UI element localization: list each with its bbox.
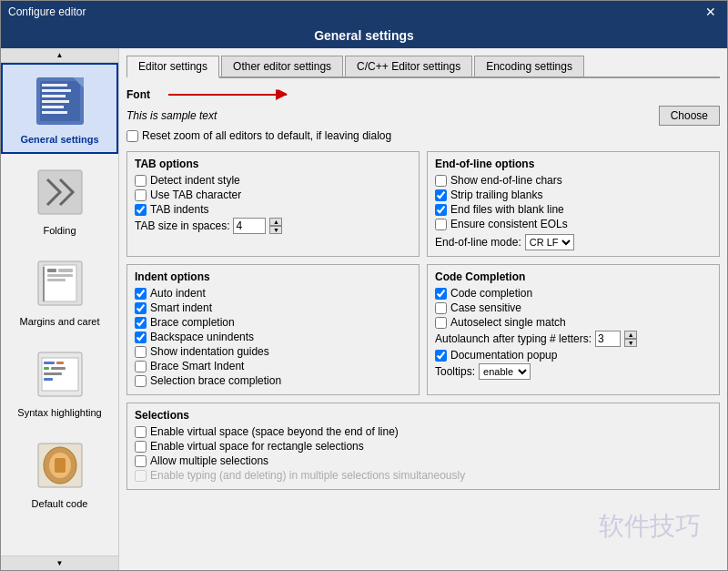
tab-indents-label[interactable]: TAB indents xyxy=(135,203,411,216)
smart-indent-label[interactable]: Smart indent xyxy=(135,301,411,314)
autolaunch-up[interactable]: ▲ xyxy=(624,331,637,339)
title-bar-text: Configure editor xyxy=(8,5,86,18)
tab-editor-settings[interactable]: Editor settings xyxy=(126,56,219,78)
selections-title: Selections xyxy=(135,409,712,422)
tab-size-spinner: ▲ ▼ xyxy=(269,218,282,234)
detect-indent-label[interactable]: Detect indent style xyxy=(135,174,411,187)
indent-options-title: Indent options xyxy=(135,270,411,283)
doc-popup-checkbox[interactable] xyxy=(435,350,447,362)
detect-indent-checkbox[interactable] xyxy=(135,175,147,187)
svg-rect-20 xyxy=(44,362,55,364)
virtual-rect-checkbox[interactable] xyxy=(135,441,147,453)
use-tab-checkbox[interactable] xyxy=(135,189,147,201)
case-sensitive-checkbox[interactable] xyxy=(435,302,447,314)
code-completion-label[interactable]: Code completion xyxy=(435,287,712,300)
auto-indent-label[interactable]: Auto indent xyxy=(135,287,411,300)
end-blank-checkbox[interactable] xyxy=(435,204,447,216)
use-tab-label[interactable]: Use TAB character xyxy=(135,189,411,201)
eol-options-group: End-of-line options Show end-of-line cha… xyxy=(427,151,720,257)
ensure-eol-checkbox[interactable] xyxy=(435,219,447,230)
tab-size-input[interactable] xyxy=(233,218,266,234)
case-sensitive-label[interactable]: Case sensitive xyxy=(435,301,712,314)
svg-rect-7 xyxy=(42,111,67,114)
svg-rect-15 xyxy=(47,274,73,277)
svg-rect-24 xyxy=(44,372,62,375)
eol-mode-select[interactable]: CR LF CR LF xyxy=(525,234,574,250)
tooltips-select[interactable]: enable disable xyxy=(479,363,531,380)
autolaunch-spinner: ▲ ▼ xyxy=(624,331,637,347)
tab-other-editor-settings[interactable]: Other editor settings xyxy=(221,56,343,76)
sidebar-scroll-down[interactable]: ▼ xyxy=(1,556,118,570)
svg-rect-6 xyxy=(42,106,64,108)
autolaunch-row: Autolaunch after typing # letters: ▲ ▼ xyxy=(435,331,712,347)
choose-button[interactable]: Choose xyxy=(659,106,720,126)
backspace-unindents-checkbox[interactable] xyxy=(135,331,147,343)
smart-indent-checkbox[interactable] xyxy=(135,302,147,314)
selection-brace-label[interactable]: Selection brace completion xyxy=(135,374,411,387)
brace-completion-label[interactable]: Brace completion xyxy=(135,316,411,329)
sidebar-item-general[interactable]: General settings xyxy=(1,63,118,154)
sidebar-item-syntax-label: Syntax highlighting xyxy=(17,407,101,418)
reset-zoom-checkbox[interactable] xyxy=(126,130,138,142)
backspace-unindents-label[interactable]: Backspace unindents xyxy=(135,331,411,343)
sample-text: This is sample text xyxy=(126,109,659,122)
title-bar: Configure editor ✕ xyxy=(1,1,727,23)
end-blank-label[interactable]: End files with blank line xyxy=(435,203,712,216)
svg-rect-13 xyxy=(47,269,56,272)
ensure-eol-label[interactable]: Ensure consistent EOLs xyxy=(435,218,712,230)
autoselect-label[interactable]: Autoselect single match xyxy=(435,316,712,329)
right-panel: Editor settings Other editor settings C/… xyxy=(119,48,727,570)
selection-brace-checkbox[interactable] xyxy=(135,375,147,387)
tab-size-down[interactable]: ▼ xyxy=(269,226,282,234)
brace-completion-checkbox[interactable] xyxy=(135,317,147,329)
sidebar-item-default-code[interactable]: Default code xyxy=(1,427,118,518)
enable-typing-checkbox xyxy=(135,470,147,482)
svg-marker-30 xyxy=(276,89,287,100)
virtual-space-label[interactable]: Enable virtual space (space beyond the e… xyxy=(135,425,712,438)
allow-multiple-label[interactable]: Allow multiple selections xyxy=(135,454,712,467)
strip-trailing-checkbox[interactable] xyxy=(435,189,447,201)
tab-indents-checkbox[interactable] xyxy=(135,204,147,216)
show-guides-label[interactable]: Show indentation guides xyxy=(135,345,411,358)
sidebar-item-margins[interactable]: Margins and caret xyxy=(1,245,118,336)
tab-cpp-editor-settings[interactable]: C/C++ Editor settings xyxy=(345,56,472,76)
strip-trailing-label[interactable]: Strip trailing blanks xyxy=(435,189,712,201)
sidebar-item-folding[interactable]: Folding xyxy=(1,154,118,245)
close-button[interactable]: ✕ xyxy=(702,5,720,19)
selections-group: Selections Enable virtual space (space b… xyxy=(126,403,720,490)
autolaunch-down[interactable]: ▼ xyxy=(624,339,637,347)
svg-rect-14 xyxy=(58,269,73,272)
tab-size-up[interactable]: ▲ xyxy=(269,218,282,226)
virtual-space-checkbox[interactable] xyxy=(135,426,147,438)
folding-icon xyxy=(31,163,89,221)
svg-rect-29 xyxy=(55,458,66,473)
show-eol-label[interactable]: Show end-of-line chars xyxy=(435,174,712,187)
sidebar-scroll-up[interactable]: ▲ xyxy=(1,48,118,63)
tabs: Editor settings Other editor settings C/… xyxy=(126,56,720,78)
code-completion-title: Code Completion xyxy=(435,270,712,283)
tab-size-row: TAB size in spaces: ▲ ▼ xyxy=(135,218,411,234)
svg-rect-3 xyxy=(42,89,71,92)
code-completion-checkbox[interactable] xyxy=(435,288,447,300)
svg-rect-4 xyxy=(42,95,66,97)
svg-rect-2 xyxy=(42,84,67,87)
tab-encoding-settings[interactable]: Encoding settings xyxy=(474,56,584,76)
doc-popup-label[interactable]: Documentation popup xyxy=(435,349,712,362)
sidebar-item-default-label: Default code xyxy=(32,498,88,509)
show-guides-checkbox[interactable] xyxy=(135,346,147,358)
autoselect-checkbox[interactable] xyxy=(435,317,447,329)
allow-multiple-checkbox[interactable] xyxy=(135,455,147,467)
brace-smart-label[interactable]: Brace Smart Indent xyxy=(135,360,411,372)
syntax-icon xyxy=(31,345,89,403)
autolaunch-input[interactable] xyxy=(595,331,621,347)
reset-zoom-label[interactable]: Reset zoom of all editors to default, if… xyxy=(126,129,720,142)
brace-smart-checkbox[interactable] xyxy=(135,361,147,372)
virtual-rect-label[interactable]: Enable virtual space for rectangle selec… xyxy=(135,440,712,453)
margins-icon xyxy=(31,254,89,312)
options-grid: TAB options Detect indent style Use TAB … xyxy=(126,151,720,395)
font-row: Font xyxy=(126,86,720,104)
code-completion-group: Code Completion Code completion Case sen… xyxy=(427,264,720,395)
show-eol-checkbox[interactable] xyxy=(435,175,447,187)
auto-indent-checkbox[interactable] xyxy=(135,288,147,300)
sidebar-item-syntax[interactable]: Syntax highlighting xyxy=(1,336,118,427)
